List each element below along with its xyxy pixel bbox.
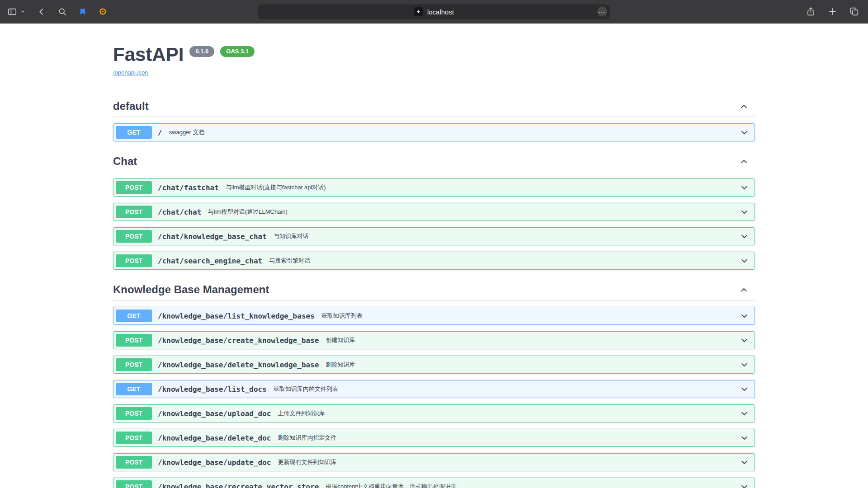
operation-row-chat-fastchat[interactable]: POST/chat/fastchat与llm模型对话(直接与fastchat a… (113, 178, 755, 197)
operation-description: 更新现有文件到知识库 (278, 458, 336, 466)
expand-operation-icon[interactable] (740, 311, 749, 321)
expand-operation-icon[interactable] (740, 385, 749, 394)
operation-path: /chat/search_engine_chat (158, 257, 262, 265)
operation-row-chat-chat[interactable]: POST/chat/chat与llm模型对话(通过LLMChain) (113, 203, 755, 221)
method-badge: POST (116, 206, 152, 218)
operation-description: 根据content中文档重建向量库，流式输出处理进度。 (326, 483, 462, 488)
expand-operation-icon[interactable] (740, 256, 749, 266)
operation-row-knowledge-base-delete-knowledge-base[interactable]: POST/knowledge_base/delete_knowledge_bas… (113, 356, 755, 374)
page-title: FastAPI 0.1.0 OAS 3.1 (113, 44, 755, 65)
tab-group-chevron-icon[interactable] (20, 9, 25, 14)
expand-operation-icon[interactable] (740, 207, 749, 217)
share-icon[interactable] (806, 7, 816, 16)
expand-operation-icon[interactable] (740, 482, 749, 488)
expand-operation-icon[interactable] (740, 232, 749, 241)
operation-path: /knowledge_base/create_knowledge_base (158, 336, 319, 345)
api-title-text: FastAPI (113, 44, 184, 65)
method-badge: POST (116, 334, 152, 347)
operation-row-knowledge-base-upload-doc[interactable]: POST/knowledge_base/upload_doc上传文件到知识库 (113, 404, 755, 422)
operation-description: 上传文件到知识库 (278, 409, 325, 418)
api-info: FastAPI 0.1.0 OAS 3.1 /openapi.json (113, 44, 755, 76)
operation-row-knowledge-base-list-docs[interactable]: GET/knowledge_base/list_docs获取知识库内的文件列表 (113, 380, 755, 398)
section-title: Knowledge Base Management (113, 283, 269, 296)
expand-operation-icon[interactable] (740, 409, 749, 418)
sidebar-toggle-icon[interactable] (7, 7, 17, 17)
page-settings-icon[interactable]: ··· (597, 7, 607, 17)
openapi-spec-link[interactable]: /openapi.json (113, 69, 148, 76)
operation-row-chat-search-engine-chat[interactable]: POST/chat/search_engine_chat与搜索引擎对话 (113, 252, 755, 270)
operation-description: 获取知识库列表 (321, 312, 363, 320)
operation-description: 创建知识库 (326, 336, 355, 344)
blue-extension-icon[interactable] (79, 8, 87, 16)
operation-row-knowledge-base-recreate-vector-store[interactable]: POST/knowledge_base/recreate_vector_stor… (113, 478, 755, 488)
site-favicon (414, 7, 423, 16)
section-title: default (113, 100, 149, 113)
operation-description: 删除知识库 (326, 361, 355, 369)
section-header-knowledge-base-management[interactable]: Knowledge Base Management (113, 280, 755, 300)
method-badge: POST (116, 456, 152, 469)
browser-toolbar: localhost ··· (0, 0, 868, 23)
back-icon[interactable] (37, 7, 46, 16)
operation-description: swagger 文档 (169, 128, 205, 136)
operation-path: /chat/knowledge_base_chat (158, 232, 267, 241)
expand-operation-icon[interactable] (740, 433, 749, 443)
method-badge: GET (116, 383, 152, 395)
method-badge: POST (116, 254, 152, 267)
version-badge: 0.1.0 (189, 46, 214, 57)
expand-operation-icon[interactable] (740, 360, 749, 370)
operation-description: 删除知识库内指定文件 (278, 434, 336, 442)
method-badge: POST (116, 358, 152, 371)
operation-path: / (158, 128, 162, 137)
section-header-chat[interactable]: Chat (113, 151, 755, 172)
method-badge: POST (116, 407, 152, 420)
operation-row-knowledge-base-list-knowledge-bases[interactable]: GET/knowledge_base/list_knowledge_bases获… (113, 307, 755, 325)
orange-extension-icon[interactable] (99, 7, 107, 16)
operation-description: 与llm模型对话(通过LLMChain) (208, 208, 288, 216)
operation-description: 与知识库对话 (274, 232, 309, 240)
collapse-section-icon[interactable] (739, 157, 749, 166)
operation-row-root[interactable]: GET/swagger 文档 (113, 123, 755, 141)
expand-operation-icon[interactable] (740, 183, 749, 192)
operation-description: 与llm模型对话(直接与fastchat api对话) (226, 183, 326, 192)
toolbar-left-group (7, 7, 107, 17)
toolbar-right-group (806, 0, 859, 23)
swagger-ui: FastAPI 0.1.0 OAS 3.1 /openapi.json defa… (104, 23, 764, 488)
search-icon[interactable] (58, 7, 67, 16)
expand-operation-icon[interactable] (740, 128, 749, 137)
address-bar[interactable]: localhost ··· (258, 4, 610, 19)
method-badge: POST (116, 480, 152, 488)
operation-path: /chat/fastchat (158, 183, 219, 192)
api-sections: defaultGET/swagger 文档ChatPOST/chat/fastc… (113, 96, 755, 488)
operation-path: /chat/chat (158, 208, 201, 216)
section-knowledge-base-management: Knowledge Base ManagementGET/knowledge_b… (113, 280, 755, 488)
method-badge: GET (116, 126, 152, 139)
section-header-default[interactable]: default (113, 96, 755, 117)
operation-path: /knowledge_base/delete_doc (158, 434, 271, 442)
operation-description: 与搜索引擎对话 (269, 257, 310, 265)
operation-row-knowledge-base-delete-doc[interactable]: POST/knowledge_base/delete_doc删除知识库内指定文件 (113, 429, 755, 447)
operation-path: /knowledge_base/list_knowledge_bases (158, 312, 315, 320)
operation-path: /knowledge_base/upload_doc (158, 409, 271, 418)
operation-path: /knowledge_base/delete_knowledge_base (158, 361, 319, 369)
operation-path: /knowledge_base/list_docs (158, 385, 267, 394)
method-badge: POST (116, 230, 152, 243)
tab-overview-icon[interactable] (849, 7, 859, 16)
operation-row-chat-knowledge-base-chat[interactable]: POST/chat/knowledge_base_chat与知识库对话 (113, 227, 755, 245)
expand-operation-icon[interactable] (740, 336, 749, 345)
operation-description: 获取知识库内的文件列表 (274, 385, 338, 393)
oas-badge: OAS 3.1 (220, 46, 255, 57)
operation-row-knowledge-base-create-knowledge-base[interactable]: POST/knowledge_base/create_knowledge_bas… (113, 331, 755, 349)
operation-path: /knowledge_base/recreate_vector_store (158, 483, 319, 488)
sidebar-cluster (7, 7, 25, 17)
expand-operation-icon[interactable] (740, 458, 749, 467)
section-default: defaultGET/swagger 文档 (113, 96, 755, 141)
section-chat: ChatPOST/chat/fastchat与llm模型对话(直接与fastch… (113, 151, 755, 270)
collapse-section-icon[interactable] (739, 102, 749, 111)
method-badge: POST (116, 432, 152, 444)
method-badge: GET (116, 310, 152, 322)
section-title: Chat (113, 155, 137, 168)
collapse-section-icon[interactable] (739, 285, 749, 295)
operation-path: /knowledge_base/update_doc (158, 458, 271, 467)
new-tab-icon[interactable] (828, 7, 837, 16)
operation-row-knowledge-base-update-doc[interactable]: POST/knowledge_base/update_doc更新现有文件到知识库 (113, 453, 755, 471)
